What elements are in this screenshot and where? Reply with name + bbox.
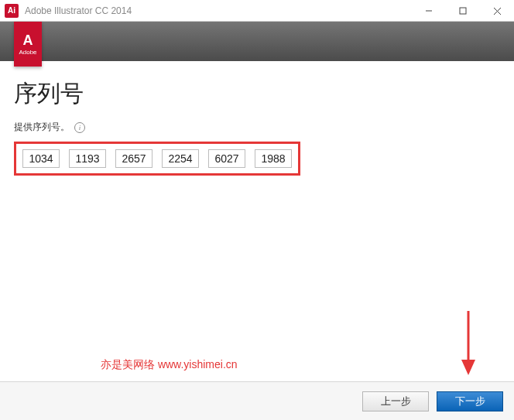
serial-field-6[interactable] <box>255 149 292 168</box>
serial-field-2[interactable] <box>69 149 106 168</box>
info-icon[interactable]: i <box>74 122 85 133</box>
main-content: 序列号 提供序列号。 i <box>0 61 514 176</box>
back-button[interactable]: 上一步 <box>362 391 429 411</box>
next-button[interactable]: 下一步 <box>437 391 503 411</box>
close-button[interactable] <box>480 0 514 22</box>
serial-number-group <box>14 142 300 176</box>
logo-sub: Adobe <box>19 49 36 56</box>
minimize-button[interactable] <box>412 0 446 22</box>
window-controls <box>412 0 514 22</box>
svg-marker-5 <box>461 360 475 375</box>
app-icon: Ai <box>5 4 19 18</box>
footer-bar: 上一步 下一步 <box>0 381 514 420</box>
serial-field-4[interactable] <box>162 149 199 168</box>
svg-rect-1 <box>460 8 466 14</box>
page-title: 序列号 <box>14 78 500 110</box>
subtitle-row: 提供序列号。 i <box>14 121 500 134</box>
annotation-arrow-icon <box>457 307 480 377</box>
adobe-logo-badge: A Adobe <box>14 22 42 67</box>
serial-field-1[interactable] <box>22 149 60 168</box>
maximize-button[interactable] <box>446 0 480 22</box>
subtitle-text: 提供序列号。 <box>14 121 70 134</box>
serial-field-5[interactable] <box>208 149 245 168</box>
window-titlebar: Ai Adobe Illustrator CC 2014 <box>0 0 514 22</box>
window-title: Adobe Illustrator CC 2014 <box>25 5 132 16</box>
header-band: A Adobe <box>0 22 514 61</box>
serial-field-3[interactable] <box>115 149 152 168</box>
logo-main: A <box>23 33 33 47</box>
watermark-text: 亦是美网络 www.yishimei.cn <box>101 358 238 372</box>
